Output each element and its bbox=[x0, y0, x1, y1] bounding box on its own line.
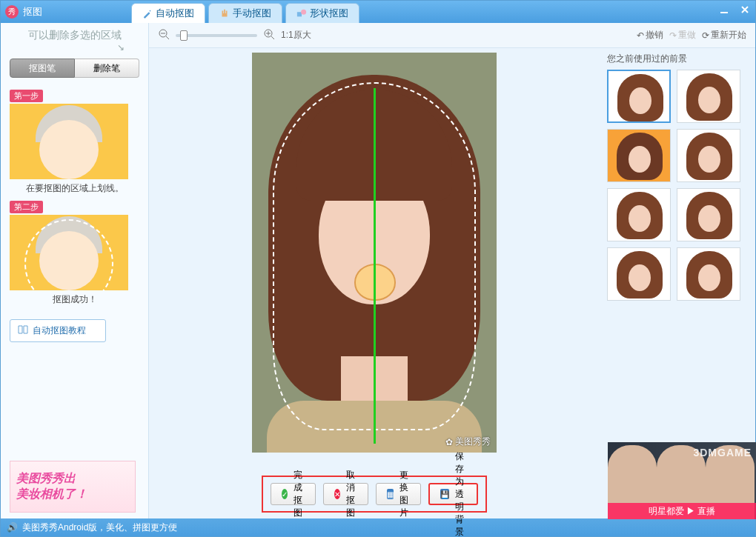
status-bar: 🔊 美图秀秀Android版，美化、拼图更方便 bbox=[1, 518, 755, 536]
svg-point-2 bbox=[301, 10, 306, 15]
history-thumb[interactable] bbox=[677, 247, 740, 301]
sidebar: 可以删除多选的区域 ↘ 抠图笔 删除笔 第一步 在要抠图的区域上划线。 第二步 bbox=[1, 23, 149, 518]
tab-label: 手动抠图 bbox=[233, 7, 271, 20]
draw-pen-button[interactable]: 抠图笔 bbox=[10, 59, 75, 78]
check-icon: ✓ bbox=[282, 489, 288, 499]
step1-caption: 在要抠图的区域上划线。 bbox=[10, 182, 139, 195]
action-bar: ✓ 完成抠图 ✕ 取消抠图 ▦ 更换图片 💾 bbox=[262, 476, 487, 513]
history-thumb[interactable] bbox=[677, 70, 740, 123]
promo-line2: 美妆相机了！ bbox=[16, 487, 135, 502]
status-text[interactable]: 美图秀秀Android版，美化、拼图更方便 bbox=[22, 521, 177, 534]
tool-toggle: 抠图笔 删除笔 bbox=[10, 59, 139, 78]
zoom-out-icon[interactable] bbox=[158, 28, 170, 42]
svg-rect-3 bbox=[720, 12, 728, 13]
svg-line-5 bbox=[166, 36, 169, 39]
canvas-toolbar: 1:1原大 ↶ 撤销 ↷ 重做 ⟳ 重新开始 bbox=[149, 23, 755, 48]
minimize-button[interactable] bbox=[717, 4, 732, 16]
app-icon: 秀 bbox=[5, 5, 19, 19]
zoom-slider[interactable] bbox=[176, 34, 257, 37]
tutorial-label: 自动抠图教程 bbox=[33, 324, 86, 337]
erase-pen-button[interactable]: 删除笔 bbox=[75, 59, 139, 78]
window-title: 抠图 bbox=[23, 5, 42, 19]
step1-image bbox=[10, 104, 128, 179]
zoom-ratio-label[interactable]: 1:1原大 bbox=[281, 29, 311, 41]
step1-card: 第一步 在要抠图的区域上划线。 bbox=[10, 88, 139, 195]
slider-thumb[interactable] bbox=[180, 30, 188, 41]
drawn-stroke bbox=[374, 88, 376, 444]
canvas[interactable]: ✿ 美图秀秀 ✓ 完成抠图 ✕ 取消抠图 bbox=[149, 48, 600, 518]
step2-caption: 抠图成功！ bbox=[10, 293, 139, 306]
promo-line1: 美图秀秀出 bbox=[16, 471, 135, 487]
redo-button: ↷ 重做 bbox=[669, 29, 696, 41]
tab-label: 形状抠图 bbox=[310, 7, 348, 20]
history-thumb[interactable] bbox=[607, 70, 671, 123]
thumbnail-grid bbox=[607, 70, 748, 301]
step2-image bbox=[10, 215, 128, 290]
flower-icon: ✿ bbox=[445, 437, 453, 447]
step1-tag: 第一步 bbox=[10, 90, 43, 102]
app-window: 秀 抠图 自动抠图 手动抠图 形状抠图 bbox=[0, 0, 756, 537]
tab-manual-cutout[interactable]: 手动抠图 bbox=[208, 3, 282, 23]
restart-button[interactable]: ⟳ 重新开始 bbox=[702, 29, 746, 41]
close-button[interactable] bbox=[737, 4, 752, 16]
history-thumb[interactable] bbox=[677, 188, 740, 241]
tutorial-button[interactable]: 自动抠图教程 bbox=[10, 319, 106, 342]
picture-icon: ▦ bbox=[387, 489, 394, 499]
panel-title: 您之前使用过的前景 bbox=[607, 53, 748, 65]
step2-tag: 第二步 bbox=[10, 201, 43, 213]
zoom-in-icon[interactable] bbox=[263, 28, 275, 42]
history-thumb[interactable] bbox=[607, 247, 671, 301]
ad-strip-text: 明星都爱 ▶ 直播 bbox=[608, 503, 756, 519]
promo-banner[interactable]: 美图秀秀出 美妆相机了！ bbox=[10, 461, 136, 513]
corner-ad[interactable]: 3DMGAME 明星都爱 ▶ 直播 bbox=[608, 442, 756, 519]
redo-icon: ↷ bbox=[669, 30, 677, 41]
wand-icon bbox=[142, 8, 153, 19]
step2-card: 第二步 抠图成功！ bbox=[10, 199, 139, 306]
image-watermark: ✿ 美图秀秀 bbox=[445, 436, 491, 448]
svg-line-8 bbox=[271, 36, 274, 39]
shapes-icon bbox=[296, 8, 307, 19]
history-thumb[interactable] bbox=[677, 129, 740, 182]
svg-rect-1 bbox=[297, 12, 302, 16]
mode-tabs: 自动抠图 手动抠图 形状抠图 bbox=[131, 1, 362, 23]
hand-icon bbox=[219, 8, 230, 19]
history-thumb[interactable] bbox=[607, 129, 671, 182]
speaker-icon: 🔊 bbox=[7, 522, 18, 533]
tab-shape-cutout[interactable]: 形状抠图 bbox=[285, 3, 359, 23]
hint-text: 可以删除多选的区域 bbox=[10, 29, 139, 42]
book-icon bbox=[18, 325, 28, 336]
window-controls bbox=[717, 4, 752, 16]
ad-corner-text: 3DMGAME bbox=[693, 447, 752, 458]
cancel-cutout-button[interactable]: ✕ 取消抠图 bbox=[323, 483, 368, 505]
undo-icon: ↶ bbox=[637, 30, 644, 41]
titlebar: 秀 抠图 自动抠图 手动抠图 形状抠图 bbox=[1, 1, 755, 23]
working-image[interactable]: ✿ 美图秀秀 bbox=[252, 53, 497, 453]
tab-auto-cutout[interactable]: 自动抠图 bbox=[131, 3, 205, 23]
undo-button[interactable]: ↶ 撤销 bbox=[637, 29, 663, 41]
cross-icon: ✕ bbox=[334, 489, 340, 499]
history-thumb[interactable] bbox=[607, 188, 671, 241]
finish-cutout-button[interactable]: ✓ 完成抠图 bbox=[271, 483, 316, 505]
hint-arrow-icon: ↘ bbox=[10, 42, 139, 53]
change-image-button[interactable]: ▦ 更换图片 bbox=[376, 483, 421, 505]
save-icon: 💾 bbox=[440, 489, 449, 499]
refresh-icon: ⟳ bbox=[702, 30, 709, 41]
svg-point-0 bbox=[150, 10, 151, 12]
tab-label: 自动抠图 bbox=[156, 7, 194, 20]
save-transparent-button[interactable]: 💾 保存为透明背景 bbox=[428, 483, 478, 505]
